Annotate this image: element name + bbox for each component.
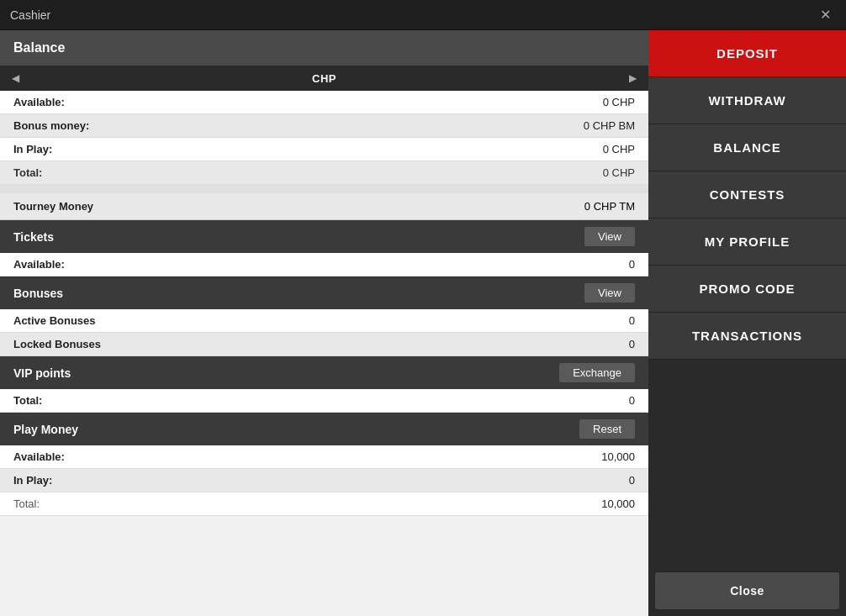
transactions-button[interactable]: TRANSACTIONS bbox=[648, 313, 846, 360]
play-money-header: Play Money Reset bbox=[0, 413, 648, 445]
play-money-total-value: 10,000 bbox=[601, 498, 635, 510]
chp-label: CHP bbox=[24, 72, 624, 85]
bonus-money-row: Bonus money: 0 CHP BM bbox=[0, 114, 648, 138]
cashier-modal: Cashier ✕ Balance ◀ CHP ▶ Available: 0 C… bbox=[0, 0, 846, 616]
left-panel: Balance ◀ CHP ▶ Available: 0 CHP Bonus m… bbox=[0, 30, 648, 616]
vip-exchange-button[interactable]: Exchange bbox=[559, 363, 635, 382]
in-play-row: In Play: 0 CHP bbox=[0, 138, 648, 161]
play-money-title: Play Money bbox=[13, 423, 78, 436]
deposit-button[interactable]: DEPOSIT bbox=[648, 30, 846, 77]
total-label: Total: bbox=[13, 166, 42, 179]
total-row: Total: 0 CHP bbox=[0, 161, 648, 185]
play-money-in-play-label: In Play: bbox=[13, 474, 52, 487]
vip-total-value: 0 bbox=[629, 394, 635, 407]
vip-total-row: Total: 0 bbox=[0, 389, 648, 413]
play-money-reset-button[interactable]: Reset bbox=[579, 419, 635, 439]
play-money-in-play-row: In Play: 0 bbox=[0, 469, 648, 492]
bonus-money-label: Bonus money: bbox=[13, 119, 89, 132]
tourney-money-row: Tourney Money 0 CHP TM bbox=[0, 193, 648, 220]
modal-title: Cashier bbox=[10, 8, 50, 22]
right-sidebar: DEPOSIT WITHDRAW BALANCE CONTESTS MY PRO… bbox=[648, 30, 846, 616]
close-button[interactable]: Close bbox=[655, 571, 839, 609]
play-money-available-row: Available: 10,000 bbox=[0, 445, 648, 469]
vip-points-title: VIP points bbox=[13, 366, 71, 380]
locked-bonuses-row: Locked Bonuses 0 bbox=[0, 333, 648, 356]
sidebar-spacer bbox=[648, 360, 846, 565]
locked-bonuses-value: 0 bbox=[629, 338, 635, 350]
in-play-label: In Play: bbox=[13, 143, 52, 155]
active-bonuses-row: Active Bonuses 0 bbox=[0, 309, 648, 333]
balance-header: Balance bbox=[0, 30, 648, 66]
vip-total-label: Total: bbox=[13, 394, 42, 407]
play-money-total-row: Total: 10,000 bbox=[0, 492, 648, 516]
spacer bbox=[0, 185, 648, 193]
balance-button[interactable]: BALANCE bbox=[648, 124, 846, 171]
tickets-available-label: Available: bbox=[13, 258, 65, 271]
withdraw-button[interactable]: WITHDRAW bbox=[648, 77, 846, 124]
title-bar: Cashier ✕ bbox=[0, 0, 846, 30]
tickets-available-value: 0 bbox=[629, 258, 635, 271]
total-value: 0 CHP bbox=[603, 166, 635, 179]
tourney-money-label: Tourney Money bbox=[13, 200, 93, 213]
play-money-available-label: Available: bbox=[13, 450, 65, 463]
available-label: Available: bbox=[13, 96, 65, 108]
chp-nav-row: ◀ CHP ▶ bbox=[0, 66, 648, 91]
vip-points-header: VIP points Exchange bbox=[0, 356, 648, 389]
chp-right-arrow[interactable]: ▶ bbox=[624, 71, 642, 86]
tickets-title: Tickets bbox=[13, 230, 54, 244]
tourney-money-value: 0 CHP TM bbox=[584, 200, 635, 213]
available-row: Available: 0 CHP bbox=[0, 91, 648, 114]
title-close-icon[interactable]: ✕ bbox=[815, 5, 836, 24]
bonuses-header: Bonuses View bbox=[0, 276, 648, 309]
bonuses-view-button[interactable]: View bbox=[584, 283, 635, 303]
play-money-in-play-value: 0 bbox=[629, 474, 635, 487]
active-bonuses-label: Active Bonuses bbox=[13, 314, 96, 327]
tickets-view-button[interactable]: View bbox=[584, 227, 635, 246]
play-money-available-value: 10,000 bbox=[601, 450, 635, 463]
contests-button[interactable]: CONTESTS bbox=[648, 171, 846, 218]
tickets-available-row: Available: 0 bbox=[0, 253, 648, 276]
my-profile-button[interactable]: MY PROFILE bbox=[648, 218, 846, 266]
available-value: 0 CHP bbox=[603, 96, 635, 108]
bonuses-title: Bonuses bbox=[13, 287, 63, 300]
locked-bonuses-label: Locked Bonuses bbox=[13, 338, 101, 350]
main-area: Balance ◀ CHP ▶ Available: 0 CHP Bonus m… bbox=[0, 30, 846, 616]
in-play-value: 0 CHP bbox=[603, 143, 635, 155]
promo-code-button[interactable]: PROMO CODE bbox=[648, 266, 846, 313]
play-money-total-label: Total: bbox=[13, 498, 40, 510]
active-bonuses-value: 0 bbox=[629, 314, 635, 327]
tickets-header: Tickets View bbox=[0, 220, 648, 253]
bonus-money-value: 0 CHP BM bbox=[584, 119, 635, 132]
chp-left-arrow[interactable]: ◀ bbox=[7, 71, 24, 86]
